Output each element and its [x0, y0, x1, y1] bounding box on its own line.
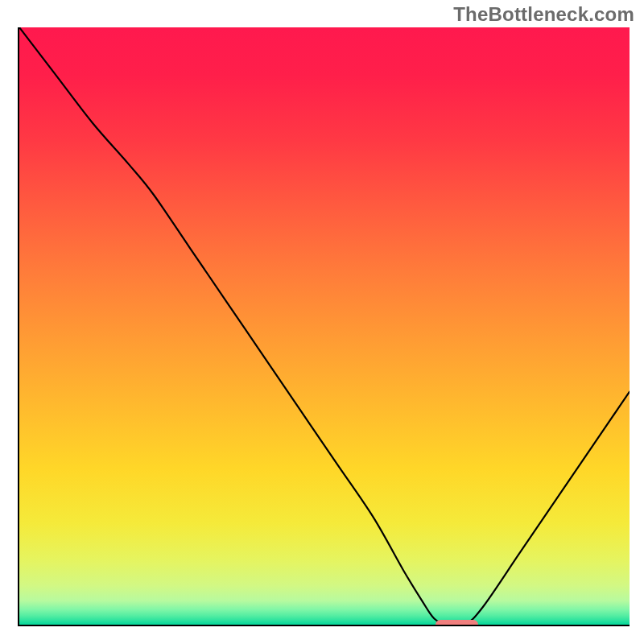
- bottleneck-curve: [19, 27, 630, 625]
- watermark-text: TheBottleneck.com: [453, 3, 634, 26]
- chart-area: [18, 27, 630, 626]
- optimal-range-marker: [436, 620, 478, 626]
